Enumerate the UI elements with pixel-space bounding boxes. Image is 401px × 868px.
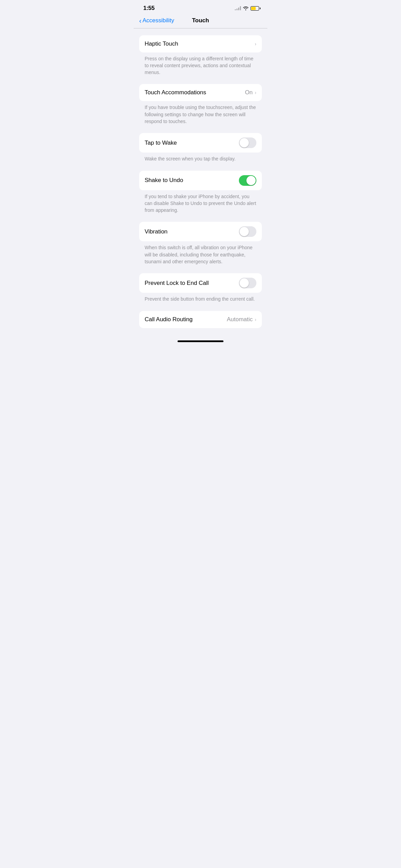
chevron-left-icon: ‹ xyxy=(139,17,142,24)
vibration-description: When this switch is off, all vibration o… xyxy=(139,241,262,270)
haptic-touch-group: Haptic Touch › Press on the display usin… xyxy=(139,35,262,82)
status-icons: ⚡ xyxy=(235,6,260,11)
haptic-touch-label: Haptic Touch xyxy=(145,40,178,47)
tap-to-wake-description: Wake the screen when you tap the display… xyxy=(139,153,262,168)
shake-to-undo-description: If you tend to shake your iPhone by acci… xyxy=(139,190,262,219)
shake-to-undo-group: Shake to Undo If you tend to shake your … xyxy=(139,171,262,219)
call-audio-routing-chevron: › xyxy=(255,317,256,322)
vibration-toggle-thumb xyxy=(240,227,249,236)
status-bar: 1:55 ⚡ xyxy=(134,0,267,14)
touch-accommodations-value: On xyxy=(245,89,253,96)
touch-accommodations-description: If you have trouble using the touchscree… xyxy=(139,101,262,130)
vibration-group: Vibration When this switch is off, all v… xyxy=(139,222,262,270)
home-indicator xyxy=(178,340,223,342)
vibration-card: Vibration xyxy=(139,222,262,241)
vibration-row: Vibration xyxy=(139,222,262,241)
tap-to-wake-group: Tap to Wake Wake the screen when you tap… xyxy=(139,133,262,168)
settings-content: Haptic Touch › Press on the display usin… xyxy=(134,28,267,338)
prevent-lock-toggle[interactable] xyxy=(239,278,256,288)
back-button[interactable]: ‹ Accessibility xyxy=(139,17,174,24)
vibration-toggle[interactable] xyxy=(239,226,256,237)
prevent-lock-description: Prevent the side button from ending the … xyxy=(139,293,262,308)
signal-icon xyxy=(235,6,241,10)
prevent-lock-label: Prevent Lock to End Call xyxy=(145,280,209,287)
back-label: Accessibility xyxy=(143,17,174,24)
wifi-icon xyxy=(243,6,248,10)
call-audio-routing-label: Call Audio Routing xyxy=(145,316,193,323)
shake-to-undo-card: Shake to Undo xyxy=(139,171,262,190)
touch-accommodations-row[interactable]: Touch Accommodations On › xyxy=(139,84,262,101)
status-time: 1:55 xyxy=(143,5,155,12)
haptic-touch-row[interactable]: Haptic Touch › xyxy=(139,35,262,52)
tap-to-wake-row: Tap to Wake xyxy=(139,133,262,153)
prevent-lock-toggle-thumb xyxy=(240,278,249,288)
page-title: Touch xyxy=(192,17,209,24)
call-audio-routing-value: Automatic xyxy=(227,316,253,323)
haptic-touch-card: Haptic Touch › xyxy=(139,35,262,52)
call-audio-routing-row[interactable]: Call Audio Routing Automatic › xyxy=(139,311,262,328)
tap-to-wake-card: Tap to Wake xyxy=(139,133,262,153)
prevent-lock-row: Prevent Lock to End Call xyxy=(139,273,262,293)
shake-to-undo-toggle[interactable] xyxy=(239,175,256,186)
touch-accommodations-chevron: › xyxy=(255,90,256,95)
haptic-touch-chevron: › xyxy=(255,41,256,47)
call-audio-routing-group: Call Audio Routing Automatic › xyxy=(139,311,262,328)
nav-bar: ‹ Accessibility Touch xyxy=(134,14,267,28)
prevent-lock-card: Prevent Lock to End Call xyxy=(139,273,262,293)
tap-to-wake-label: Tap to Wake xyxy=(145,140,177,146)
battery-icon: ⚡ xyxy=(251,6,260,11)
vibration-label: Vibration xyxy=(145,228,168,235)
call-audio-routing-card: Call Audio Routing Automatic › xyxy=(139,311,262,328)
haptic-touch-right: › xyxy=(255,41,256,47)
touch-accommodations-group: Touch Accommodations On › If you have tr… xyxy=(139,84,262,130)
shake-to-undo-row: Shake to Undo xyxy=(139,171,262,190)
shake-to-undo-label: Shake to Undo xyxy=(145,177,183,184)
call-audio-routing-right: Automatic › xyxy=(227,316,256,323)
tap-to-wake-toggle-thumb xyxy=(240,138,249,147)
shake-to-undo-toggle-thumb xyxy=(246,176,256,185)
touch-accommodations-card: Touch Accommodations On › xyxy=(139,84,262,101)
touch-accommodations-right: On › xyxy=(245,89,256,96)
haptic-touch-description: Press on the display using a different l… xyxy=(139,52,262,82)
tap-to-wake-toggle[interactable] xyxy=(239,137,256,148)
prevent-lock-group: Prevent Lock to End Call Prevent the sid… xyxy=(139,273,262,308)
touch-accommodations-label: Touch Accommodations xyxy=(145,89,206,96)
